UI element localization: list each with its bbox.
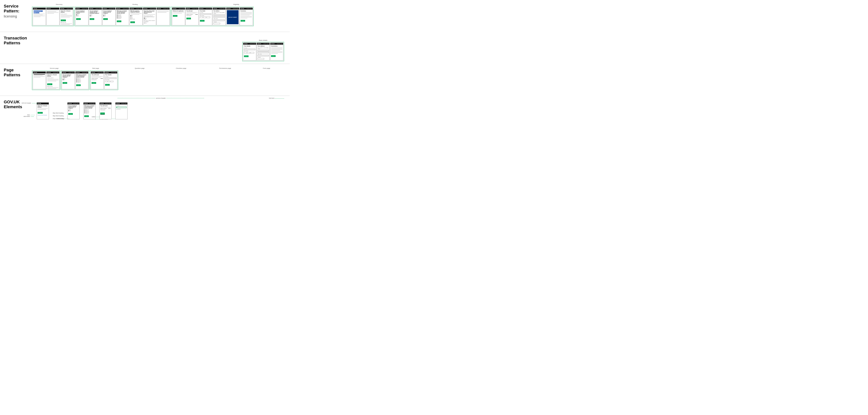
wf-card-apply-firearm[interactable]: GOV.UKservice name Appy for a firearm li… [60, 7, 73, 25]
hint-text-annotation: hint text [269, 97, 284, 99]
service-header-line2 [166, 98, 204, 98]
pp-perms-card[interactable]: GOV.UKservice name You will need: Shotgu… [91, 71, 104, 89]
service-header-annotation: service header [156, 97, 166, 99]
govuk-elements-section: GOV.UKElements service header hint text … [0, 96, 290, 137]
govuk-question-card[interactable]: GOV.UKservice name Are you wanting to po… [67, 102, 80, 119]
wf-td-details[interactable]: GOV.UKservice name Your details Full nam… [243, 43, 256, 61]
wf-td-address[interactable]: GOV.UKservice name Your address House nu… [257, 43, 270, 61]
wf-your-address[interactable]: GOV.UKservice name Your address House nu… [213, 7, 226, 25]
permissions-form-group: GOV.UKservice name You will need: Shotgu… [90, 71, 118, 90]
wf-td-convictions[interactable]: GOV.UKservice name Convictions [270, 43, 283, 61]
routing-group: GOV.UKservice name Are you wanting to po… [74, 7, 170, 26]
button-annotation: button [92, 116, 100, 117]
govuk-button-wf: GOV.UKservice name You will need: Shotgu… [99, 102, 112, 119]
page-wireframes-row: GOV.UK GOV.UKservice name [32, 71, 289, 90]
pp-form-card[interactable]: GOV.UKservice name Your details Full nam… [104, 71, 117, 89]
wf-card-govuk-blank[interactable]: GOV.UK [46, 7, 59, 25]
service-pattern-section: Service page ServicePattern: licensing D… [0, 0, 290, 32]
govuk-title: GOV.UKElements [4, 100, 22, 109]
pp-question-label: Question page [135, 67, 145, 69]
transaction-patterns-section: TransactionPatterns Basic details GOV.UK… [0, 32, 290, 64]
govuk-start-card[interactable]: GOV.UK Appy for a firearm licence Start … [37, 102, 49, 119]
transaction-content: Basic details GOV.UKservice name Your de… [32, 32, 290, 64]
wf-q5[interactable]: GOV.UKservice name Will other people be … [129, 7, 143, 25]
wf-q2[interactable]: GOV.UKservice name Are you wanting to po… [89, 7, 102, 25]
pp-perms-label: Permissions page [219, 67, 231, 69]
wf-card-home[interactable]: GOV.UK Welcome to GOV.UK Search [33, 7, 46, 25]
phase-routing: Routing [132, 4, 138, 5]
page-wrapper: Service page ServicePattern: licensing D… [0, 0, 290, 137]
service-pattern-label: Service page ServicePattern: licensing [0, 0, 32, 32]
page-patterns-title: PagePatterns [4, 68, 20, 78]
basic-details-label: Basic details [242, 39, 284, 41]
page-patterns-section: PagePatterns Service page Start page Que… [0, 64, 290, 96]
service-start-group: GOV.UK GOV.UKservice name [32, 71, 60, 90]
wf-referees[interactable]: GOV.UKservice name Referees for applicat… [172, 7, 185, 25]
question-checkbox-group: GOV.UKservice name Are you wanting to po… [61, 71, 89, 90]
govuk-form-wf: GOV.UKservice name Full name hint text h… [115, 102, 128, 119]
wf-q1[interactable]: GOV.UKservice name Are you wanting to po… [75, 7, 88, 25]
wf-q3[interactable]: GOV.UKservice name Are you wanting to po… [102, 7, 116, 25]
h1-annotation: 48px Bold heading [53, 112, 64, 114]
govuk-form-card[interactable]: GOV.UKservice name Full name hint text h… [115, 102, 128, 119]
govuk-button-card[interactable]: GOV.UKservice name You will need: Shotgu… [99, 102, 112, 119]
govuk-wireframes-row: GOV.UK Appy for a firearm licence Start … [36, 102, 286, 119]
pp-service-page-label: Service page [50, 67, 59, 69]
wf-convictions[interactable]: GOV.UKservice name Convictions [240, 7, 253, 25]
pp-question-card[interactable]: GOV.UKservice name Are you wanting to po… [62, 71, 75, 89]
govuk-header-annotation: GOV.UK header [22, 102, 38, 104]
wf-you-will-need[interactable]: GOV.UKservice name You will need: Shotgu… [185, 7, 199, 25]
section-subtitle: licensing [4, 14, 17, 18]
transaction-patterns-label: TransactionPatterns [0, 32, 32, 64]
phase-eligibility: Eligibility [233, 4, 239, 5]
wf-verify[interactable]: GOV.UKservice name GOV.UK VERIFY Continu… [226, 7, 239, 25]
h2-annotation: 36px Bold heading [53, 115, 64, 116]
pp-form-label: Form page [263, 67, 270, 69]
govuk-elements-content: service header hint text GOV.UK Appy for… [32, 96, 290, 137]
links-annotation: links [27, 114, 35, 115]
service-header-line [118, 98, 155, 98]
phase-discovery: Discovery [56, 4, 62, 5]
radio-annotation: radio buttons [57, 118, 69, 119]
pp-service-card[interactable]: GOV.UK [33, 71, 46, 89]
service-pattern-content: Discovery Routing Eligibility GOV.UK Wel… [32, 0, 290, 32]
pp-checkbox-card[interactable]: GOV.UKservice name What types of shotgun… [75, 71, 88, 89]
page-patterns-content: Service page Start page Question page Ch… [32, 64, 290, 96]
wf-q6[interactable]: GOV.UKservice name How many other people… [143, 7, 156, 25]
govuk-question-wf: GOV.UKservice name Are you wanting to po… [67, 102, 80, 119]
basic-details-group: GOV.UKservice name Your details Full nam… [242, 42, 284, 61]
pp-start-page-label: Start page [92, 67, 99, 69]
wf-q4[interactable]: GOV.UKservice name What types of shotgun… [116, 7, 129, 25]
before-start-link: Business and self-employed [38, 114, 48, 115]
page-patterns-label: PagePatterns [0, 64, 32, 96]
section-title-service: Service page ServicePattern: licensing [4, 4, 20, 19]
discovery-group: GOV.UK Welcome to GOV.UK Search [32, 7, 74, 26]
govuk-start-wf: GOV.UK Appy for a firearm licence Start … [37, 102, 49, 119]
start-button-annotation: start button [24, 116, 34, 117]
transaction-title: TransactionPatterns [4, 36, 27, 46]
service-wireframes-row: GOV.UK Welcome to GOV.UK Search [32, 7, 289, 26]
pp-checkbox-label: Checkbox page [176, 67, 186, 69]
eligibility-group: GOV.UKservice name Referees for applicat… [171, 7, 254, 26]
pp-start-card[interactable]: GOV.UKservice name Appy for a firearm li… [46, 71, 59, 89]
wf-q7[interactable]: GOV.UKservice name [157, 7, 170, 25]
wf-your-details[interactable]: GOV.UKservice name Your details Full nam… [199, 7, 212, 25]
